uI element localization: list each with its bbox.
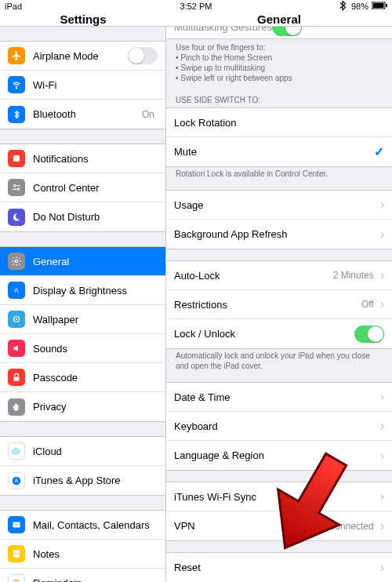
chevron-right-icon: › xyxy=(380,449,384,463)
status-time: 3:52 PM xyxy=(180,2,212,11)
chevron-right-icon: › xyxy=(380,419,384,433)
chevron-right-icon: › xyxy=(380,561,384,575)
row-label: VPN xyxy=(174,520,311,532)
svg-rect-1 xyxy=(373,3,384,9)
sidebar-item-label: Control Center xyxy=(33,182,158,194)
sidebar-item-privacy[interactable]: Privacy xyxy=(0,392,165,421)
wallpaper-icon xyxy=(8,311,25,328)
notifications-icon xyxy=(8,150,25,167)
sidebar-item-label: General xyxy=(33,256,158,267)
row-label: Keyboard xyxy=(174,420,377,432)
airplane-icon xyxy=(8,47,25,64)
row-itunes-wifi-sync[interactable]: iTunes Wi-Fi Sync › xyxy=(166,482,392,511)
lock-unlock-toggle[interactable] xyxy=(354,326,384,343)
sidebar-item-reminders[interactable]: Reminders xyxy=(0,569,165,582)
svg-rect-2 xyxy=(386,4,387,7)
row-label: Mute xyxy=(174,146,374,158)
status-bar: iPad 3:52 PM 98% xyxy=(0,0,392,13)
row-auto-lock[interactable]: Auto-Lock 2 Minutes › xyxy=(166,261,392,290)
chevron-right-icon: › xyxy=(380,489,384,504)
reminders-icon xyxy=(8,574,25,582)
row-value: 2 Minutes xyxy=(333,270,374,281)
svg-rect-17 xyxy=(13,550,20,557)
chevron-right-icon: › xyxy=(380,390,384,404)
status-battery: 98% xyxy=(351,2,368,11)
row-label: Usage xyxy=(174,199,377,211)
svg-rect-13 xyxy=(14,376,20,380)
sidebar-item-label: Privacy xyxy=(33,401,158,413)
sidebar-item-sounds[interactable]: Sounds xyxy=(0,334,165,363)
row-label: Background App Refresh xyxy=(174,228,377,240)
row-lock-rotation[interactable]: Lock Rotation xyxy=(166,108,392,137)
sidebar-item-do-not-disturb[interactable]: Do Not Disturb xyxy=(0,202,165,231)
chevron-right-icon: › xyxy=(380,268,384,282)
row-value: Not Connected xyxy=(311,521,374,532)
sidebar-item-notes[interactable]: Notes xyxy=(0,540,165,569)
row-mute[interactable]: Mute ✓ xyxy=(166,137,392,166)
sidebar-item-label: Bluetooth xyxy=(33,108,142,120)
sidebar-item-control-center[interactable]: Control Center xyxy=(0,173,165,202)
svg-point-5 xyxy=(14,185,16,187)
row-label: Reset xyxy=(174,562,377,573)
sidebar-title: Settings xyxy=(0,13,166,26)
sidebar-item-notifications[interactable]: Notifications xyxy=(0,144,165,173)
row-usage[interactable]: Usage › xyxy=(166,191,392,220)
row-value: Off xyxy=(361,299,374,310)
svg-text:A: A xyxy=(15,478,19,483)
moon-icon xyxy=(8,209,25,226)
row-restrictions[interactable]: Restrictions Off › xyxy=(166,290,392,319)
sidebar-item-label: Wi-Fi xyxy=(33,79,158,91)
svg-point-12 xyxy=(16,318,17,320)
row-keyboard[interactable]: Keyboard › xyxy=(166,412,392,441)
sidebar-item-passcode[interactable]: Passcode xyxy=(0,363,165,392)
row-label: Date & Time xyxy=(174,391,377,403)
status-carrier: iPad xyxy=(5,2,22,11)
svg-point-7 xyxy=(17,188,19,190)
sidebar-item-icloud[interactable]: iCloud xyxy=(0,437,165,466)
detail-title: General xyxy=(166,13,392,26)
sidebar-item-label: Notifications xyxy=(33,153,158,165)
notes-icon xyxy=(8,545,25,562)
sidebar-item-label: Airplane Mode xyxy=(33,50,128,62)
row-language-region[interactable]: Language & Region › xyxy=(166,441,392,470)
sidebar-item-itunes-appstore[interactable]: A iTunes & App Store xyxy=(0,466,165,495)
sidebar-item-label: iCloud xyxy=(33,446,158,457)
sidebar-item-general[interactable]: General xyxy=(0,247,165,276)
sidebar-item-value: On xyxy=(142,109,154,120)
sidebar-item-display-brightness[interactable]: A Display & Brightness xyxy=(0,276,165,305)
airplane-toggle[interactable] xyxy=(128,47,158,64)
row-reset[interactable]: Reset › xyxy=(166,553,392,582)
sidebar-item-label: Passcode xyxy=(33,372,158,384)
sidebar-item-mail-contacts-calendars[interactable]: Mail, Contacts, Calendars xyxy=(0,511,165,540)
row-lock-unlock[interactable]: Lock / Unlock xyxy=(166,319,392,348)
sidebar-item-label: Wallpaper xyxy=(33,314,158,326)
sidebar-item-label: Mail, Contacts, Calendars xyxy=(33,519,158,531)
sidebar-item-wallpaper[interactable]: Wallpaper xyxy=(0,305,165,334)
mail-icon xyxy=(8,516,25,533)
sidebar-item-label: Reminders xyxy=(33,577,158,583)
row-date-time[interactable]: Date & Time › xyxy=(166,383,392,412)
row-vpn[interactable]: VPN Not Connected › xyxy=(166,511,392,540)
brightness-icon: A xyxy=(8,282,25,299)
detail-pane: Multitasking Gestures Use four or five f… xyxy=(166,27,392,582)
bluetooth-icon xyxy=(8,106,25,123)
row-label: Language & Region xyxy=(174,449,377,461)
row-multitasking-gestures[interactable]: Multitasking Gestures xyxy=(166,27,392,39)
sidebar-item-label: Display & Brightness xyxy=(33,285,158,296)
row-label: Auto-Lock xyxy=(174,270,333,282)
svg-rect-4 xyxy=(13,155,20,162)
sidebar-item-bluetooth[interactable]: Bluetooth On xyxy=(0,100,165,129)
gestures-note: Use four or five fingers to: Pinch to th… xyxy=(166,39,392,86)
hand-icon xyxy=(8,398,25,416)
chevron-right-icon: › xyxy=(380,297,384,311)
lock-unlock-note: Automatically lock and unlock your iPad … xyxy=(166,351,392,371)
sidebar-item-label: iTunes & App Store xyxy=(33,475,158,486)
sidebar: Airplane Mode Wi-Fi Bluetooth On Notific… xyxy=(0,27,166,582)
control-center-icon xyxy=(8,179,25,196)
multitasking-toggle[interactable] xyxy=(272,27,302,36)
chevron-right-icon: › xyxy=(380,198,384,212)
sidebar-item-wifi[interactable]: Wi-Fi xyxy=(0,71,165,100)
row-background-app-refresh[interactable]: Background App Refresh › xyxy=(166,220,392,249)
sidebar-item-airplane-mode[interactable]: Airplane Mode xyxy=(0,42,165,71)
row-label: Lock / Unlock xyxy=(174,328,354,340)
